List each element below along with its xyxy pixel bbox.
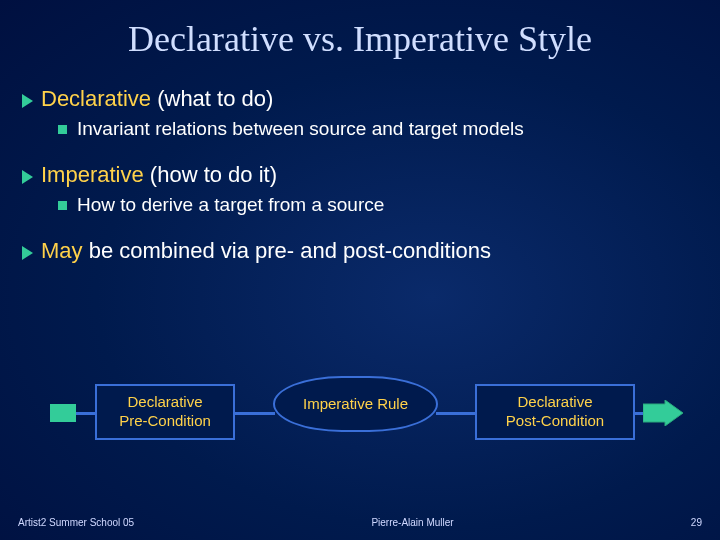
flow-start-icon — [50, 404, 76, 422]
triangle-bullet-icon — [22, 94, 33, 108]
svg-marker-0 — [643, 400, 683, 426]
footer-page-number: 29 — [691, 517, 702, 528]
sub-bullet-text: How to derive a target from a source — [77, 194, 384, 216]
slide-footer: Artist2 Summer School 05 Pierre-Alain Mu… — [0, 517, 720, 528]
footer-left: Artist2 Summer School 05 — [18, 517, 134, 528]
flow-box-rule: Imperative Rule — [273, 376, 438, 432]
slide-title: Declarative vs. Imperative Style — [0, 0, 720, 60]
bullet-label: Imperative (how to do it) — [41, 162, 277, 188]
bullet-term: Imperative — [41, 162, 144, 187]
triangle-bullet-icon — [22, 246, 33, 260]
sub-bullet-declarative: Invariant relations between source and t… — [22, 118, 698, 140]
flow-connector — [235, 412, 275, 415]
flow-arrow-icon — [643, 400, 683, 426]
bullet-imperative: Imperative (how to do it) — [22, 162, 698, 188]
bullet-declarative: Declarative (what to do) — [22, 86, 698, 112]
square-bullet-icon — [58, 201, 67, 210]
slide-body: Declarative (what to do) Invariant relat… — [0, 60, 720, 264]
bullet-term: May — [41, 238, 83, 263]
bullet-rest: be combined via pre- and post-conditions — [89, 238, 491, 263]
bullet-paren: (what to do) — [157, 86, 273, 111]
bullet-label: Declarative (what to do) — [41, 86, 273, 112]
sub-bullet-text: Invariant relations between source and t… — [77, 118, 524, 140]
bullet-paren: (how to do it) — [150, 162, 277, 187]
footer-center: Pierre-Alain Muller — [371, 517, 453, 528]
triangle-bullet-icon — [22, 170, 33, 184]
bullet-term: Declarative — [41, 86, 151, 111]
sub-bullet-imperative: How to derive a target from a source — [22, 194, 698, 216]
flow-connector — [436, 412, 476, 415]
flow-box-postcondition: Declarative Post-Condition — [475, 384, 635, 440]
flow-connector — [76, 412, 95, 415]
square-bullet-icon — [58, 125, 67, 134]
flow-diagram: Declarative Pre-Condition Imperative Rul… — [50, 370, 670, 480]
bullet-label: May be combined via pre- and post-condit… — [41, 238, 491, 264]
flow-box-precondition: Declarative Pre-Condition — [95, 384, 235, 440]
bullet-may: May be combined via pre- and post-condit… — [22, 238, 698, 264]
